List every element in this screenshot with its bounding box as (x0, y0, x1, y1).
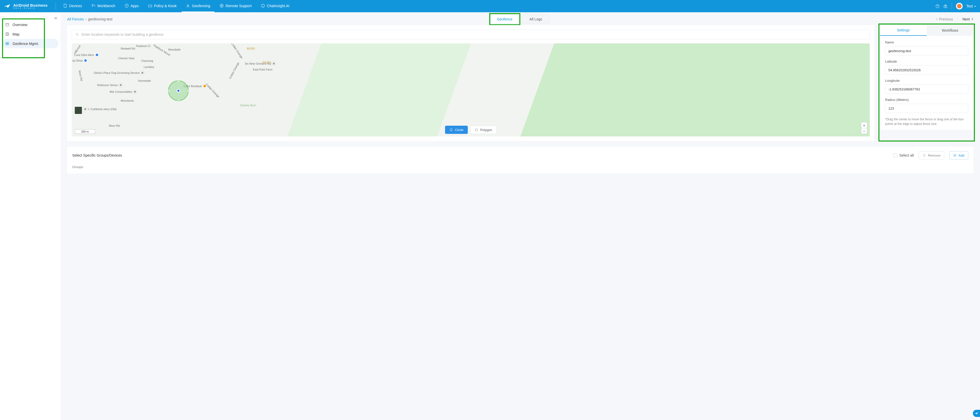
chevron-right-icon (971, 18, 974, 21)
nav-policy-label: Policy & Kiosk (154, 4, 177, 8)
poi-olivia: Olivia's Place Dog Grooming Service (94, 71, 144, 75)
nav-workbench-label: Workbench (97, 4, 115, 8)
fence-handle-e[interactable] (188, 90, 189, 92)
chevron-left-icon (935, 18, 938, 21)
road-label: B6395 (262, 61, 271, 64)
checkbox-label: Select all (899, 153, 914, 157)
chevron-double-left-icon (54, 16, 57, 20)
poi-east-park: East Park Farm (253, 68, 272, 71)
sidebar: Overview Map Geofence Mgmt. (0, 12, 60, 420)
nav-devices[interactable]: Devices (59, 0, 86, 12)
longitude-label: Longitude (885, 79, 968, 83)
breadcrumb-root[interactable]: All Fences (67, 17, 84, 21)
sidebar-item-overview[interactable]: Overview (0, 20, 60, 29)
svg-rect-8 (6, 23, 9, 26)
poi-cuthberts: t. Cuthberts etery (Old) (83, 107, 117, 111)
chat-fab[interactable] (973, 410, 980, 417)
zoom-in[interactable]: + (861, 122, 867, 128)
latitude-input[interactable] (885, 65, 968, 75)
button-label: Circle (455, 128, 463, 132)
remove-button[interactable]: Remove (919, 151, 944, 160)
pager-next[interactable]: Next (963, 17, 974, 21)
shape-circle-button[interactable]: Circle (445, 126, 468, 134)
longitude-input[interactable] (885, 85, 968, 94)
location-search[interactable]: Enter location keywords to start buildin… (72, 30, 870, 39)
logo[interactable]: AirDroid Business Sand Studio (3, 3, 48, 9)
tab-settings[interactable]: Settings (880, 25, 927, 36)
poi-robinson: Robinson Simon (97, 83, 123, 87)
zoom-out[interactable]: − (861, 128, 867, 134)
add-button[interactable]: Add (950, 151, 968, 160)
pager-label: Next (963, 17, 970, 21)
store-icon (84, 59, 87, 62)
tab-label: Workflows (942, 28, 958, 32)
nav-divider (56, 3, 56, 10)
brand-name: AirDroid Business (13, 3, 48, 7)
nav-policy[interactable]: Policy & Kiosk (144, 0, 181, 12)
road-label: Lambley (144, 65, 154, 69)
radius-input[interactable] (885, 104, 968, 113)
map-card: Enter location keywords to start buildin… (67, 25, 874, 141)
overview-icon (5, 22, 10, 27)
poi-op-shop: op Shop (72, 59, 87, 62)
road-label: Paddock Cl (136, 45, 150, 48)
svg-point-2 (187, 5, 189, 6)
pager-previous[interactable]: Previous (935, 17, 953, 21)
nav-remote[interactable]: Remote Support (215, 0, 256, 12)
tab-geofence[interactable]: Geofence (491, 14, 519, 24)
devices-title: Select Specific Groups/Devices (72, 153, 122, 157)
help-icon[interactable] (935, 4, 940, 8)
svg-rect-0 (64, 4, 67, 7)
road-label: Stanley Burn (240, 104, 256, 107)
poi-orchard: Six Nine Orchard HQ (245, 62, 275, 65)
tab-workflows[interactable]: Workflows (927, 25, 974, 36)
collapse-sidebar[interactable] (54, 16, 57, 21)
breadcrumb-sep: › (85, 17, 86, 21)
map-canvas[interactable]: Love Ellen Alice op Shop Olivia's Place … (72, 43, 870, 136)
plus-circle-icon (953, 154, 956, 157)
name-label: Name (885, 40, 968, 44)
tab-label: Settings (897, 28, 910, 32)
shape-polygon-button[interactable]: Polygon (470, 126, 496, 134)
nav-geofencing[interactable]: Geofencing (182, 0, 215, 12)
fence-handle-n[interactable] (177, 80, 180, 82)
settings-hint: *Drag the center to move the fence or dr… (885, 117, 968, 126)
road-label: Cottier Grange (228, 62, 240, 79)
nav-apps[interactable]: Apps (121, 0, 143, 12)
nav-apps-label: Apps (130, 4, 139, 8)
user-menu[interactable]: Test (966, 4, 977, 8)
select-all-checkbox[interactable]: Select all (894, 153, 914, 157)
tablet-icon (63, 3, 67, 8)
poi-love-ellen: Love Ellen Alice (74, 53, 99, 57)
top-nav: AirDroid Business Sand Studio Devices Wo… (0, 0, 980, 12)
avatar[interactable] (956, 3, 963, 10)
button-label: Remove (928, 153, 940, 157)
sidebar-item-label: Geofence Mgmt. (13, 42, 39, 46)
scale-bar: 200 m (75, 129, 95, 134)
trash-icon (923, 154, 926, 157)
svg-rect-11 (7, 42, 9, 43)
road-label: Moor Rd (109, 124, 120, 127)
map-thumbnail[interactable] (75, 107, 82, 114)
tab-all-logs[interactable]: All Logs (522, 14, 550, 24)
road-label: Moorlands (121, 99, 134, 102)
geofence-mgmt-icon (5, 42, 10, 46)
sidebar-item-map[interactable]: Map (0, 29, 60, 39)
settings-card: Settings Workflows Name Latitude (880, 25, 974, 130)
gift-icon[interactable] (943, 4, 948, 8)
store-icon (95, 53, 99, 57)
fence-handle-w[interactable] (167, 90, 169, 92)
geofence-center[interactable] (177, 89, 180, 93)
name-input[interactable] (885, 46, 968, 56)
breadcrumb-current: geofencing-test (88, 17, 113, 21)
brand-subtitle: Sand Studio (13, 7, 48, 9)
svg-point-3 (220, 4, 223, 7)
road-label: Cottier Grange (205, 83, 220, 98)
circle-icon (449, 128, 453, 132)
nav-chatinsight[interactable]: ChatInsight.AI (257, 0, 293, 12)
nav-workbench[interactable]: Workbench (87, 0, 119, 12)
checkbox-icon (894, 153, 897, 157)
sidebar-item-geofence-mgmt[interactable]: Geofence Mgmt. (2, 39, 59, 48)
fence-handle-s[interactable] (177, 100, 180, 102)
latitude-label: Latitude (885, 59, 968, 63)
